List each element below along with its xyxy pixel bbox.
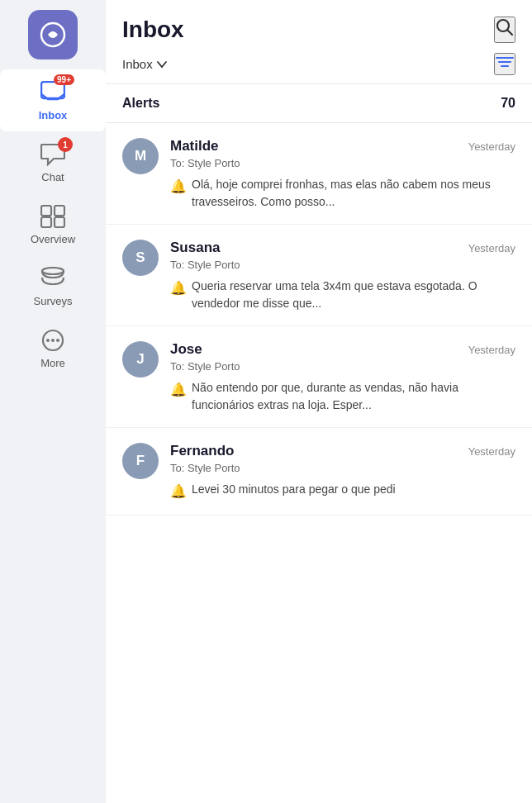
svg-line-12	[508, 31, 513, 36]
surveys-icon	[40, 267, 65, 290]
conversation-item[interactable]: M Matilde Yesterday To: Style Porto 🔔 Ol…	[106, 123, 532, 225]
filter-button[interactable]	[494, 53, 515, 75]
chevron-down-icon	[156, 59, 168, 70]
conv-name: Matilde	[170, 138, 219, 154]
filter-icon	[496, 55, 514, 69]
sidebar-item-surveys[interactable]: Surveys	[0, 255, 106, 317]
alerts-count: 70	[501, 96, 515, 111]
conv-top: Fernando Yesterday	[170, 443, 515, 459]
conv-name: Susana	[170, 240, 220, 256]
conv-top: Jose Yesterday	[170, 341, 515, 358]
svg-rect-4	[41, 217, 51, 227]
conv-name: Fernando	[170, 443, 234, 459]
conv-preview: 🔔 Olá, hoje comprei fronhas, mas elas nã…	[170, 176, 515, 211]
chat-badge: 1	[58, 137, 73, 152]
sidebar-item-overview[interactable]: Overview	[0, 193, 106, 255]
conv-preview-text: Olá, hoje comprei fronhas, mas elas não …	[192, 176, 515, 211]
sidebar-item-surveys-label: Surveys	[34, 295, 73, 307]
conversation-list: M Matilde Yesterday To: Style Porto 🔔 Ol…	[106, 123, 532, 803]
conversation-item[interactable]: F Fernando Yesterday To: Style Porto 🔔 L…	[106, 428, 532, 516]
svg-point-8	[46, 339, 50, 342]
alert-bell-icon: 🔔	[170, 482, 187, 501]
app-logo[interactable]	[28, 10, 78, 59]
conv-preview: 🔔 Não entendo por que, durante as vendas…	[170, 379, 515, 414]
filter-row: Inbox	[122, 53, 515, 83]
svg-point-10	[56, 339, 59, 342]
conv-preview: 🔔 Levei 30 minutos para pegar o que pedi	[170, 481, 515, 501]
alert-bell-icon: 🔔	[170, 380, 187, 400]
overview-icon-wrapper	[38, 203, 68, 230]
main-content: Inbox Inbox	[106, 0, 532, 803]
alert-bell-icon: 🔔	[170, 278, 187, 298]
conv-time: Yesterday	[468, 445, 515, 458]
conv-preview: 🔔 Queria reservar uma tela 3x4m que esta…	[170, 278, 515, 312]
conv-header: J Jose Yesterday To: Style Porto 🔔 Não e…	[122, 341, 515, 414]
conv-preview-text: Não entendo por que, durante as vendas, …	[192, 379, 515, 414]
conv-header: S Susana Yesterday To: Style Porto 🔔 Que…	[122, 240, 515, 312]
svg-rect-2	[41, 206, 51, 216]
sidebar-item-chat-label: Chat	[41, 171, 64, 183]
conv-body: Matilde Yesterday To: Style Porto 🔔 Olá,…	[170, 138, 515, 211]
conversation-item[interactable]: S Susana Yesterday To: Style Porto 🔔 Que…	[106, 225, 532, 326]
sidebar-item-chat[interactable]: 1 Chat	[0, 131, 106, 193]
sidebar-item-more[interactable]: More	[0, 317, 106, 379]
page-title: Inbox	[122, 17, 184, 43]
conv-preview-text: Queria reservar uma tela 3x4m que estava…	[192, 278, 515, 312]
surveys-icon-wrapper	[38, 265, 68, 292]
conv-to: To: Style Porto	[170, 157, 515, 169]
more-icon-wrapper	[38, 327, 68, 354]
sidebar: 99+ Inbox 1 Chat Overview	[0, 0, 106, 803]
avatar: S	[122, 240, 159, 276]
alert-bell-icon: 🔔	[170, 177, 187, 197]
search-icon	[496, 18, 514, 36]
main-header: Inbox Inbox	[106, 0, 532, 84]
avatar: F	[122, 443, 159, 479]
avatar: J	[122, 341, 159, 378]
conv-body: Fernando Yesterday To: Style Porto 🔔 Lev…	[170, 443, 515, 501]
inbox-dropdown-label: Inbox	[122, 57, 153, 71]
conv-top: Matilde Yesterday	[170, 138, 515, 154]
sidebar-item-overview-label: Overview	[31, 233, 75, 245]
alerts-label: Alerts	[122, 96, 159, 111]
conv-body: Jose Yesterday To: Style Porto 🔔 Não ent…	[170, 341, 515, 414]
conv-to: To: Style Porto	[170, 462, 515, 474]
conv-header: M Matilde Yesterday To: Style Porto 🔔 Ol…	[122, 138, 515, 211]
conv-body: Susana Yesterday To: Style Porto 🔔 Queri…	[170, 240, 515, 312]
title-row: Inbox	[122, 17, 515, 43]
inbox-dropdown[interactable]: Inbox	[122, 57, 168, 71]
sidebar-item-more-label: More	[40, 357, 65, 369]
conversation-item[interactable]: J Jose Yesterday To: Style Porto 🔔 Não e…	[106, 326, 532, 428]
svg-rect-3	[55, 206, 64, 216]
conv-time: Yesterday	[468, 242, 515, 254]
svg-point-6	[42, 268, 64, 274]
inbox-icon-wrapper: 99+	[38, 79, 68, 106]
overview-icon	[40, 205, 65, 228]
more-icon	[40, 329, 65, 352]
conv-name: Jose	[170, 341, 202, 358]
conv-to: To: Style Porto	[170, 259, 515, 271]
sidebar-item-inbox-label: Inbox	[39, 109, 68, 121]
alerts-row: Alerts 70	[106, 84, 532, 123]
search-button[interactable]	[494, 17, 515, 43]
logo-icon	[40, 21, 66, 48]
conv-preview-text: Levei 30 minutos para pegar o que pedi	[192, 481, 396, 498]
conv-to: To: Style Porto	[170, 360, 515, 373]
svg-rect-5	[55, 217, 64, 227]
sidebar-item-inbox[interactable]: 99+ Inbox	[0, 69, 106, 131]
svg-point-9	[51, 339, 55, 342]
conv-top: Susana Yesterday	[170, 240, 515, 256]
chat-icon-wrapper: 1	[38, 141, 68, 168]
conv-time: Yesterday	[468, 344, 515, 356]
inbox-badge: 99+	[54, 74, 74, 85]
conv-time: Yesterday	[468, 140, 515, 153]
avatar: M	[122, 138, 159, 174]
conv-header: F Fernando Yesterday To: Style Porto 🔔 L…	[122, 443, 515, 501]
